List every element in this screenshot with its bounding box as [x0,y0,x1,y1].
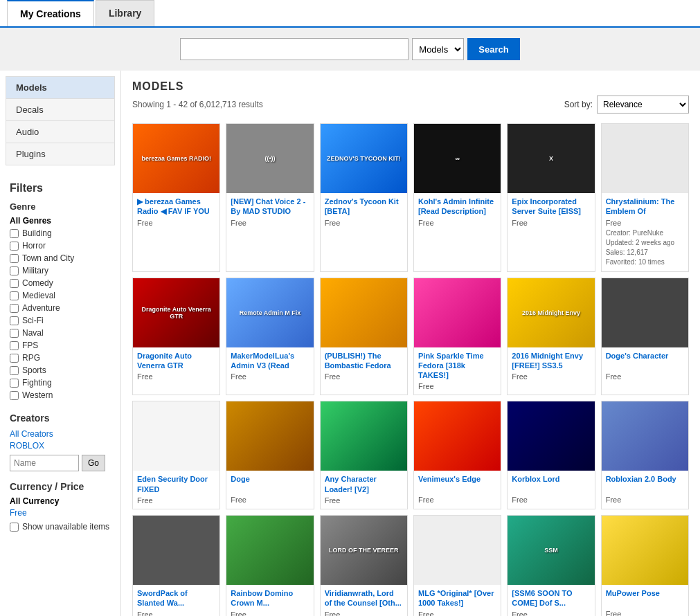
item-name: Korblox Lord [512,474,590,493]
item-info: (PUBLISH!) The Bombastic Fedora Free [321,347,407,386]
thumb-text: ZEDNOV'S TYCOON KIT! [324,152,404,165]
item-card[interactable]: SSM [SSM6 SOON TO COME] Dof S... Free [507,515,595,616]
filter-military-checkbox[interactable] [10,266,19,275]
free-link[interactable]: Free [10,508,111,518]
item-info: Rainbow Domino Crown M... Free [226,585,313,616]
creator-name-input[interactable] [10,455,79,471]
item-thumbnail: Dragonite Auto Venerra GTR [133,278,219,347]
item-card[interactable]: Doge's Character Free [601,278,689,396]
item-name: Kohl's Admin Infinite [Read Description] [418,197,496,217]
item-card[interactable]: Venimeux's Edge Free [413,401,501,509]
item-card[interactable]: Pink Sparkle Time Fedora [318k TAKES!] F… [413,278,501,396]
item-info: Dragonite Auto Venerra GTR Free [133,347,219,386]
filter-adventure: Adventure [10,303,111,313]
filter-naval: Naval [10,328,111,338]
filter-western-checkbox[interactable] [10,391,19,400]
sidebar-item-decals[interactable]: Decals [6,99,114,121]
item-name: Chrystalinium: The Emblem Of [606,197,684,217]
item-info: Venimeux's Edge Free [414,471,501,508]
item-thumbnail: ((•)) [226,124,313,193]
roblox-creator-link[interactable]: ROBLOX [10,441,111,451]
item-name: Viridianwrath, Lord of the Counsel [Oth.… [325,588,403,608]
item-card[interactable]: ∞ Kohl's Admin Infinite [Read Descriptio… [413,123,501,272]
search-button[interactable]: Search [467,38,519,60]
creators-title: Creators [10,413,111,424]
favorited-value: 10 times [638,258,665,266]
search-input[interactable] [180,38,409,60]
item-card[interactable]: Eden Security Door FIXED Free [132,401,220,509]
filter-sci-fi-checkbox[interactable] [10,316,19,325]
filter-fighting-checkbox[interactable] [10,379,19,388]
item-info: Viridianwrath, Lord of the Counsel [Oth.… [321,585,407,616]
tab-my-creations[interactable]: My Creations [7,0,94,26]
item-card[interactable]: Remote Admin M Fix MakerModelLua's Admin… [226,278,314,396]
item-price: Free [512,610,590,616]
filter-fps-checkbox[interactable] [10,341,19,350]
show-unavailable-checkbox[interactable] [10,523,19,532]
filter-horror-label: Horror [22,241,46,251]
filter-sports-checkbox[interactable] [10,366,19,375]
sidebar-item-audio[interactable]: Audio [6,121,114,143]
all-creators-link[interactable]: All Creators [10,429,111,439]
item-thumbnail [226,516,313,585]
item-name: 2016 Midnight Envy [FREE!] SS3.5 [512,351,590,371]
content-title: MODELS [132,80,689,93]
sort-row: Sort by: Relevance Most Favorited Newest… [564,96,689,114]
item-card[interactable]: Robloxian 2.0 Body Free [601,401,689,509]
sidebar-item-models[interactable]: Models [6,77,114,99]
filter-rpg-checkbox[interactable] [10,354,19,363]
creator-go-button[interactable]: Go [82,455,105,471]
item-info: Zednov's Tycoon Kit [BETA] Free [321,193,407,231]
item-card[interactable]: MLG *Original* [Over 1000 Takes!] Free [413,515,501,616]
item-card[interactable]: Korblox Lord Free [507,401,595,509]
filter-building-checkbox[interactable] [10,229,19,238]
item-card[interactable]: Dragonite Auto Venerra GTR Dragonite Aut… [132,278,220,396]
item-card[interactable]: Chrystalinium: The Emblem Of Free Creato… [601,123,689,272]
filter-fighting-label: Fighting [22,378,52,388]
item-name: SwordPack of Slanted Wa... [137,588,215,608]
filter-comedy-checkbox[interactable] [10,279,19,288]
item-thumbnail: Remote Admin M Fix [226,278,313,347]
filter-horror-checkbox[interactable] [10,242,19,251]
item-info: Kohl's Admin Infinite [Read Description]… [414,193,501,231]
item-name: Doge's Character [606,351,684,370]
sidebar-item-plugins[interactable]: Plugins [6,143,114,165]
filter-military-label: Military [22,266,48,275]
item-card[interactable]: berezaa Games RADIO! ▶ berezaa Games Rad… [132,123,220,272]
filter-town-and-city-checkbox[interactable] [10,254,19,263]
item-price: Free [137,219,215,227]
item-card[interactable]: 2016 Midnight Envy 2016 Midnight Envy [F… [507,278,595,396]
item-card[interactable]: SwordPack of Slanted Wa... Free [132,515,220,616]
thumb-text: berezaa Games RADIO! [138,152,214,165]
item-thumbnail [508,401,594,471]
item-card[interactable]: X Epix Incorporated Server Suite [EISS] … [507,123,595,272]
item-card[interactable]: MuPower Pose Free [601,515,689,616]
item-name: Pink Sparkle Time Fedora [318k TAKES!] [418,351,496,381]
thumb-text [455,310,460,316]
item-thumbnail: ∞ [414,124,501,193]
filter-medieval: Medieval [10,291,111,300]
item-name: MakerModelLua's Admin V3 (Read [231,351,309,371]
show-unavailable-row: Show unavailable items [10,522,111,532]
item-card[interactable]: Rainbow Domino Crown M... Free [226,515,314,616]
creator-input-row: Go [10,455,111,471]
search-dropdown[interactable]: Models Decals Audio Plugins [412,38,464,60]
item-info: [SSM6 SOON TO COME] Dof S... Free [508,585,594,616]
sales-label: Sales: [606,248,627,256]
filter-naval-checkbox[interactable] [10,329,19,338]
item-info: [NEW] Chat Voice 2 - By MAD STUDIO Free [226,193,313,231]
item-card[interactable]: Doge Free [226,401,314,509]
item-thumbnail [602,124,688,193]
filter-adventure-checkbox[interactable] [10,304,19,313]
filter-medieval-checkbox[interactable] [10,291,19,300]
item-card[interactable]: LORD OF THE VEREER Viridianwrath, Lord o… [320,515,408,616]
all-currency-link[interactable]: All Currency [10,496,111,506]
sort-select[interactable]: Relevance Most Favorited Newest Price (L… [597,96,689,114]
item-card[interactable]: (PUBLISH!) The Bombastic Fedora Free [320,278,408,396]
filter-all-genres[interactable]: All Genres [10,216,111,226]
item-card[interactable]: ((•)) [NEW] Chat Voice 2 - By MAD STUDIO… [226,123,314,272]
item-card[interactable]: Any Character Loader! [V2] Free [320,401,408,509]
thumb-text: SSM [541,544,561,556]
item-card[interactable]: ZEDNOV'S TYCOON KIT! Zednov's Tycoon Kit… [320,123,408,272]
tab-library[interactable]: Library [96,0,154,26]
